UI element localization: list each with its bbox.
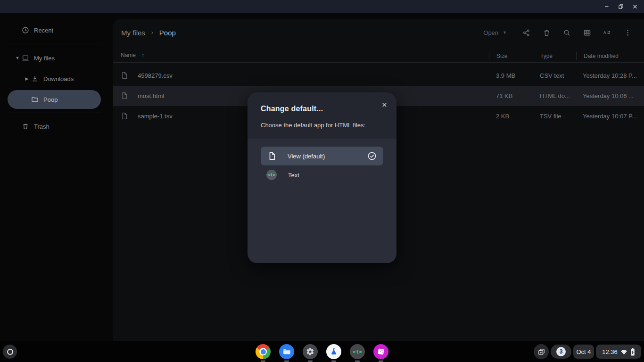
search-button[interactable] bbox=[557, 24, 576, 41]
folder-icon bbox=[31, 96, 39, 103]
time-label: 12:36 bbox=[602, 348, 618, 355]
file-name: sample-1.tsv bbox=[138, 106, 173, 126]
close-window-button[interactable] bbox=[628, 0, 642, 13]
file-type: CSV text bbox=[540, 66, 564, 86]
sidebar-item-downloads[interactable]: ▶ Downloads bbox=[8, 69, 101, 88]
shelf-app-lab[interactable] bbox=[326, 344, 341, 362]
shelf-app-files[interactable] bbox=[279, 344, 294, 362]
app-option-label: View (default) bbox=[288, 153, 325, 160]
file-size: 2 KB bbox=[496, 106, 509, 126]
file-date-modified: Yesterday 10:28 P... bbox=[583, 66, 639, 86]
open-button[interactable]: Open ▼ bbox=[483, 29, 507, 36]
svg-text:Z: Z bbox=[608, 31, 611, 35]
sort-ascending-icon: ↑ bbox=[141, 52, 144, 58]
shelf: <t> 3 Oct 4 12:36 bbox=[0, 341, 644, 362]
text-app-icon: <t> bbox=[266, 170, 277, 180]
stacked-windows-icon bbox=[537, 348, 545, 356]
open-button-label: Open bbox=[483, 29, 498, 36]
running-indicator bbox=[284, 361, 289, 362]
breadcrumb-poop[interactable]: Poop bbox=[159, 29, 176, 37]
chevron-right-icon[interactable]: ▶ bbox=[23, 76, 31, 81]
wifi-icon bbox=[620, 349, 627, 355]
running-indicator bbox=[261, 361, 265, 362]
running-indicator bbox=[331, 361, 336, 362]
minimize-icon bbox=[603, 3, 610, 10]
status-area: 3 Oct 4 12:36 bbox=[532, 341, 644, 362]
shelf-app-chrome[interactable] bbox=[256, 344, 271, 362]
file-icon bbox=[121, 72, 128, 79]
sidebar-item-my-files[interactable]: ▼ My files bbox=[8, 49, 101, 67]
notification-count: 3 bbox=[556, 347, 566, 356]
grid-view-icon bbox=[583, 29, 591, 37]
sidebar-item-label: Poop bbox=[43, 96, 58, 103]
file-type: HTML do... bbox=[540, 86, 570, 106]
dialog-title: Change default... bbox=[261, 105, 323, 113]
launcher-button[interactable] bbox=[3, 345, 17, 359]
system-tray[interactable]: 12:36 bbox=[596, 345, 641, 359]
breadcrumb-my-files[interactable]: My files bbox=[121, 29, 145, 37]
delete-button[interactable] bbox=[537, 24, 556, 41]
column-header-size[interactable]: Size bbox=[489, 52, 507, 60]
running-indicator bbox=[379, 361, 383, 362]
more-options-button[interactable] bbox=[618, 24, 637, 41]
sort-az-icon: AZ bbox=[603, 28, 611, 37]
shelf-app-text[interactable]: <t> bbox=[350, 344, 365, 362]
breadcrumb: My files › Poop bbox=[121, 24, 176, 41]
launcher-icon bbox=[7, 349, 13, 355]
settings-gear-icon bbox=[303, 344, 318, 359]
column-header-date-modified[interactable]: Date modified bbox=[576, 52, 619, 60]
date-label: Oct 4 bbox=[576, 348, 591, 355]
running-indicator bbox=[355, 361, 360, 362]
column-header-name[interactable]: Name ↑ bbox=[121, 52, 144, 58]
sidebar: Recent ▼ My files ▶ Downloads bbox=[0, 13, 113, 341]
date-button[interactable]: Oct 4 bbox=[573, 345, 594, 359]
more-vert-icon bbox=[624, 29, 632, 37]
restore-icon bbox=[618, 3, 624, 10]
check-circle-icon bbox=[367, 151, 377, 161]
sidebar-item-poop[interactable]: Poop bbox=[8, 90, 101, 109]
file-icon bbox=[121, 92, 128, 99]
sidebar-divider bbox=[7, 113, 102, 113]
dialog-header: Change default... Choose the default app… bbox=[248, 92, 396, 139]
lab-flask-icon bbox=[326, 344, 341, 359]
shelf-apps: <t> bbox=[256, 344, 388, 362]
chevron-down-icon[interactable]: ▼ bbox=[13, 56, 22, 60]
sidebar-item-trash[interactable]: Trash bbox=[8, 117, 101, 136]
grid-view-button[interactable] bbox=[578, 24, 596, 41]
sidebar-divider bbox=[7, 44, 102, 44]
chevron-down-icon: ▼ bbox=[503, 30, 507, 35]
sidebar-item-recent[interactable]: Recent bbox=[8, 21, 101, 40]
app-option-view[interactable]: View (default) bbox=[261, 147, 383, 165]
restore-button[interactable] bbox=[614, 0, 628, 13]
sidebar-item-label: My files bbox=[34, 55, 55, 62]
sort-button[interactable]: AZ bbox=[598, 24, 617, 41]
shelf-app-settings[interactable] bbox=[303, 344, 318, 362]
download-icon bbox=[31, 75, 39, 82]
shelf-app-gallery[interactable] bbox=[373, 344, 388, 362]
file-size: 3.9 MB bbox=[496, 66, 515, 86]
sidebar-item-label: Downloads bbox=[43, 75, 74, 82]
notification-counter[interactable]: 3 bbox=[551, 345, 571, 359]
file-icon bbox=[121, 112, 128, 120]
share-icon bbox=[522, 29, 530, 37]
file-size: 71 KB bbox=[496, 86, 512, 106]
battery-charging-icon bbox=[630, 348, 635, 356]
share-button[interactable] bbox=[517, 24, 536, 41]
dialog-close-button[interactable] bbox=[378, 98, 391, 111]
running-indicator bbox=[308, 361, 313, 362]
app-option-label: Text bbox=[288, 172, 299, 179]
minimize-button[interactable] bbox=[600, 0, 614, 13]
chromeos-screen: Recent ▼ My files ▶ Downloads bbox=[0, 0, 644, 362]
window-switcher-button[interactable] bbox=[534, 344, 549, 359]
close-icon bbox=[632, 3, 638, 10]
chrome-icon bbox=[256, 344, 271, 359]
list-header: Name ↑ Size Type Date modified bbox=[113, 49, 644, 63]
delete-icon bbox=[543, 29, 551, 37]
search-icon bbox=[563, 29, 571, 37]
file-row[interactable]: 4598279.csv 3.9 MB CSV text Yesterday 10… bbox=[113, 66, 644, 86]
column-header-type[interactable]: Type bbox=[533, 52, 553, 60]
sidebar-item-label: Recent bbox=[34, 27, 53, 34]
text-app-icon: <t> bbox=[350, 344, 365, 359]
sidebar-item-label: Trash bbox=[34, 123, 50, 130]
app-option-text[interactable]: <t> Text bbox=[261, 165, 383, 184]
